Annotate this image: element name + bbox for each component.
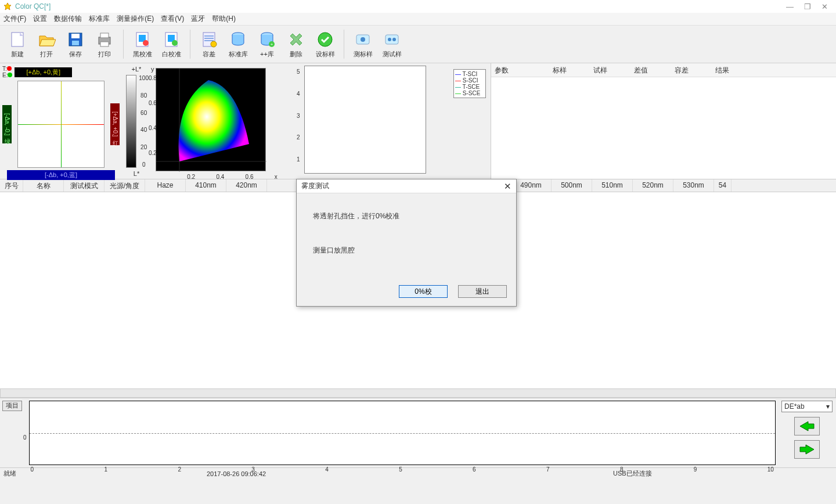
dialog-line2: 测量口放黑腔: [313, 245, 500, 256]
dialog-close-icon[interactable]: ✕: [504, 181, 511, 192]
open-button[interactable]: 打开: [34, 27, 59, 62]
menu-stdlib[interactable]: 标准库: [89, 14, 110, 24]
chevron-down-icon: ▾: [826, 402, 830, 411]
svg-point-26: [361, 37, 365, 42]
col-Haze[interactable]: Haze: [145, 179, 186, 192]
lab-bottom-label: [-Δb, +0,蓝]: [7, 170, 115, 180]
save-icon: [66, 30, 85, 49]
col-510nm[interactable]: 510nm: [592, 179, 633, 192]
svg-rect-27: [385, 35, 398, 44]
menu-view[interactable]: 查看(V): [161, 14, 184, 24]
col-490nm[interactable]: 490nm: [511, 179, 552, 192]
col-序号[interactable]: 序号: [0, 179, 23, 192]
col-std: 标样: [549, 63, 590, 77]
set-std-icon: [316, 30, 334, 49]
svg-text:+: +: [271, 42, 273, 47]
toolbar: 新建打开保存打印黑校准白校准容差标准库+++库删除设标样测标样测试样: [0, 26, 836, 63]
col-520nm[interactable]: 520nm: [633, 179, 673, 192]
svg-point-28: [388, 38, 391, 41]
data-panel: 参数 标样 试样 差值 容差 结果: [491, 63, 836, 179]
new-icon: [8, 30, 27, 49]
cie-chart: [156, 68, 266, 171]
de-selector[interactable]: DE*ab▾: [781, 401, 833, 412]
lab-chart: [17, 81, 105, 168]
menu-transfer[interactable]: 数据传输: [54, 14, 82, 24]
spectral-chart: 5 4 3 2 1: [304, 66, 426, 174]
save-button[interactable]: 保存: [63, 27, 88, 62]
bottom-panel: 项目 0 012345678910 DE*ab▾: [0, 398, 836, 467]
col-54[interactable]: 54: [714, 179, 732, 192]
menu-bluetooth[interactable]: 蓝牙: [191, 14, 205, 24]
menu-measure[interactable]: 测量操作(E): [117, 14, 154, 24]
new-button[interactable]: 新建: [5, 27, 30, 62]
meas-std-icon: [354, 30, 372, 49]
lstar-top: +L*: [124, 66, 149, 73]
lab-left-label: [-Δa, -0,绿]: [2, 105, 12, 143]
dialog-title: 雾度测试: [301, 181, 504, 191]
col-光源/角度[interactable]: 光源/角度: [105, 179, 145, 192]
exit-button[interactable]: 退出: [458, 285, 507, 298]
spectral-panel: 5 4 3 2 1 — T-SCI— S-SCI— T-SCE— S-SCE: [290, 63, 491, 179]
svg-marker-0: [4, 3, 11, 10]
svg-marker-33: [800, 445, 814, 454]
col-result: 结果: [712, 63, 752, 77]
delete-button[interactable]: 删除: [283, 27, 309, 62]
legend-S-SCI: — S-SCI: [455, 77, 484, 84]
spectral-legend: — T-SCI— S-SCI— T-SCE— S-SCE: [453, 69, 486, 98]
col-410nm[interactable]: 410nm: [186, 179, 226, 192]
tolerance-button[interactable]: 容差: [196, 27, 222, 62]
col-530nm[interactable]: 530nm: [673, 179, 714, 192]
pp-lib-button[interactable]: +++库: [254, 27, 280, 62]
lstar-gradient: [126, 75, 136, 168]
trend-chart: 012345678910: [29, 401, 776, 465]
window-title: Color QC[*]: [15, 2, 786, 10]
e-label: E:: [2, 72, 8, 78]
col-tol: 容差: [671, 63, 712, 77]
svg-point-11: [143, 40, 149, 46]
lstar-panel: +L* 100 80 60 40 20 0 L*: [122, 63, 151, 179]
open-icon: [37, 30, 56, 49]
close-button[interactable]: ✕: [821, 2, 828, 11]
lab-top-label: [+Δb, +0,黄]: [15, 67, 72, 77]
zero-pct-cal-button[interactable]: 0%校: [399, 285, 448, 298]
menu-settings[interactable]: 设置: [33, 14, 47, 24]
project-button[interactable]: 项目: [2, 401, 22, 411]
col-420nm[interactable]: 420nm: [226, 179, 267, 192]
col-param: 参数: [491, 63, 549, 77]
svg-point-29: [392, 38, 396, 41]
col-名称[interactable]: 名称: [23, 179, 64, 192]
col-500nm[interactable]: 500nm: [552, 179, 592, 192]
svg-point-19: [211, 41, 217, 47]
col-diff: 差值: [630, 63, 671, 77]
menu-bar: 文件(F) 设置 数据传输 标准库 测量操作(E) 查看(V) 蓝牙 帮助(H): [0, 13, 836, 26]
std-lib-button[interactable]: 标准库: [225, 27, 251, 62]
svg-rect-7: [100, 33, 109, 38]
delete-icon: [287, 30, 305, 49]
tolerance-icon: [200, 30, 218, 49]
svg-rect-4: [71, 34, 80, 38]
menu-help[interactable]: 帮助(H): [212, 14, 236, 24]
set-std-button[interactable]: 设标样: [312, 27, 338, 62]
svg-marker-32: [800, 422, 814, 431]
meas-test-icon: [383, 30, 401, 49]
white-cal-button[interactable]: 白校准: [158, 27, 184, 62]
maximize-button[interactable]: ❐: [804, 2, 811, 11]
svg-rect-5: [72, 41, 79, 45]
svg-rect-8: [100, 42, 109, 46]
col-测试模式[interactable]: 测试模式: [64, 179, 105, 192]
meas-test-button[interactable]: 测试样: [379, 27, 405, 62]
dialog-titlebar: 雾度测试 ✕: [297, 179, 516, 193]
t-label: T:: [2, 66, 7, 72]
print-button[interactable]: 打印: [92, 27, 117, 62]
window-controls: — ❐ ✕: [786, 2, 833, 11]
meas-std-button[interactable]: 测标样: [350, 27, 376, 62]
menu-file[interactable]: 文件(F): [3, 14, 26, 24]
prev-arrow-button[interactable]: [794, 417, 820, 435]
legend-S-SCE: — S-SCE: [455, 90, 484, 96]
minimize-button[interactable]: —: [786, 2, 794, 11]
print-icon: [95, 30, 114, 49]
next-arrow-button[interactable]: [794, 440, 820, 459]
lstar-bottom: L*: [124, 170, 149, 177]
black-cal-button[interactable]: 黑校准: [129, 27, 155, 62]
horizontal-scrollbar[interactable]: [0, 388, 836, 398]
